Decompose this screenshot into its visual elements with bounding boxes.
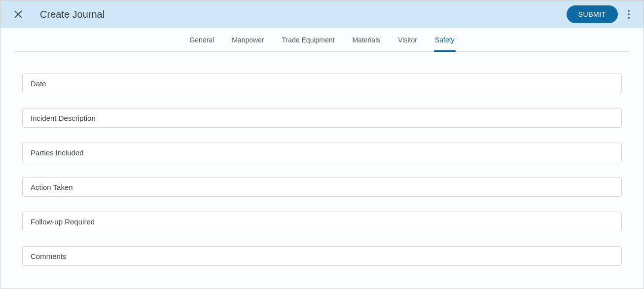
follow-up-required-field[interactable] (23, 212, 621, 231)
date-field[interactable] (23, 74, 621, 93)
tab-safety[interactable]: Safety (434, 28, 456, 51)
page-title: Create Journal (40, 9, 105, 20)
tabs-bar: General Manpower Trade Equipment Materia… (14, 28, 630, 52)
date-field-wrapper (22, 73, 622, 93)
action-taken-field-wrapper (22, 177, 622, 197)
header-bar: Create Journal SUBMIT (0, 0, 644, 28)
comments-field[interactable] (23, 247, 621, 265)
safety-form (14, 52, 630, 266)
header-actions: SUBMIT (567, 5, 636, 23)
tab-visitor[interactable]: Visitor (397, 28, 418, 51)
incident-description-field[interactable] (23, 108, 621, 127)
action-taken-field[interactable] (23, 178, 621, 196)
parties-included-field[interactable] (23, 143, 621, 162)
parties-included-field-wrapper (22, 143, 622, 162)
incident-description-field-wrapper (22, 108, 622, 128)
submit-button[interactable]: SUBMIT (567, 5, 618, 23)
tab-general[interactable]: General (188, 28, 215, 51)
kebab-icon (628, 10, 630, 19)
tab-manpower[interactable]: Manpower (231, 28, 265, 51)
follow-up-required-field-wrapper (22, 212, 622, 231)
content-area: General Manpower Trade Equipment Materia… (0, 28, 644, 289)
comments-field-wrapper (22, 246, 622, 266)
close-icon (14, 10, 23, 19)
tab-materials[interactable]: Materials (351, 28, 381, 51)
tab-trade-equipment[interactable]: Trade Equipment (281, 28, 336, 51)
more-options-button[interactable] (622, 5, 636, 23)
close-button[interactable] (12, 8, 24, 20)
